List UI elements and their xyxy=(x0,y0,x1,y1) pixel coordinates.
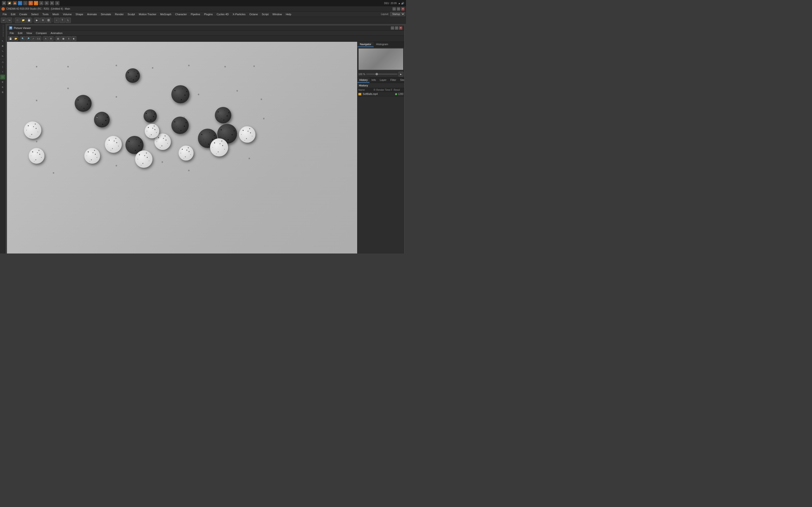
close-button[interactable]: ✕ xyxy=(401,7,405,11)
pv-menu-file[interactable]: File xyxy=(8,32,16,35)
pv-menu-edit[interactable]: Edit xyxy=(16,32,24,35)
tool-active[interactable]: ⬡ xyxy=(0,74,5,79)
pv-tb-layout1[interactable]: ▤ xyxy=(56,36,60,41)
ball-light-8 xyxy=(135,151,152,168)
zoom-slider-thumb[interactable] xyxy=(375,73,378,75)
pin-18 xyxy=(53,172,54,173)
tab-filter[interactable]: Filter xyxy=(388,77,398,83)
ball-2 xyxy=(94,112,110,127)
menu-help[interactable]: Help xyxy=(284,12,293,16)
undo-button[interactable]: ↩ xyxy=(1,18,6,23)
tab-navigator[interactable]: Navigator xyxy=(357,42,373,47)
new-button[interactable]: □ xyxy=(15,18,20,23)
app-icon-1[interactable]: ⬡ xyxy=(18,1,22,5)
tool-point[interactable]: • xyxy=(0,69,5,74)
viewport[interactable] xyxy=(7,42,357,253)
menu-select[interactable]: Select xyxy=(30,12,40,16)
pv-menu-compare[interactable]: Compare xyxy=(34,32,48,35)
tag-button[interactable]: T xyxy=(60,18,65,23)
tool-polygon[interactable]: △ xyxy=(0,59,5,64)
render-settings-button[interactable]: ⚙ xyxy=(40,18,45,23)
pv-close-button[interactable]: ✕ xyxy=(399,26,402,30)
tool-knife[interactable]: K xyxy=(0,85,5,90)
pv-menu-view[interactable]: View xyxy=(24,32,34,35)
menu-script[interactable]: Script xyxy=(260,12,270,16)
sidebar-tools: Current Brush ↖ ✥ ⤡ ↻ △ | • ⬡ E K B xyxy=(0,24,5,253)
start-icon[interactable]: ⊞ xyxy=(2,1,6,5)
menu-cycles4d[interactable]: Cycles 4D xyxy=(215,12,230,16)
ball-1 xyxy=(75,95,92,112)
menu-character[interactable]: Character xyxy=(173,12,189,16)
menu-animate[interactable]: Animate xyxy=(85,12,98,16)
pv-menu-animation[interactable]: Animation xyxy=(49,32,64,35)
nav-zoom-slider[interactable] xyxy=(366,73,398,75)
app-icon-5[interactable]: N xyxy=(45,1,49,5)
nav-zoom-button[interactable]: ▶ xyxy=(399,72,403,76)
tool-extrude[interactable]: E xyxy=(0,80,5,84)
redo-button[interactable]: ↪ xyxy=(7,18,12,23)
tool-pointer[interactable]: ↖ xyxy=(0,39,5,44)
tab-histogram[interactable]: Histogram xyxy=(373,42,391,47)
pv-maximize-button[interactable]: □ xyxy=(395,26,398,30)
menu-create[interactable]: Create xyxy=(18,12,29,16)
pv-minimize-button[interactable]: — xyxy=(391,26,394,30)
history-item-row[interactable]: SoftBalls.mp4 1280 xyxy=(357,92,404,96)
app-titlebar: CINEMA 4D R20.059 Studio (RC - R20) - [U… xyxy=(0,6,406,12)
pv-tb-channel[interactable]: ◐ xyxy=(71,36,77,41)
c4d-taskbar-icon[interactable]: C xyxy=(29,1,33,5)
save-button[interactable]: 💾 xyxy=(27,18,32,23)
pv-tb-fit[interactable]: ⤢ xyxy=(31,36,36,41)
menu-xparticles[interactable]: X-Particles xyxy=(231,12,247,16)
tool-bridge[interactable]: B xyxy=(0,90,5,95)
menu-pipeline[interactable]: Pipeline xyxy=(189,12,202,16)
menu-motion-tracker[interactable]: Motion Tracker xyxy=(137,12,158,16)
minimize-button[interactable]: — xyxy=(393,7,396,11)
menu-render[interactable]: Render xyxy=(113,12,125,16)
menu-volume[interactable]: Volume xyxy=(61,12,73,16)
app-icon-3[interactable]: P xyxy=(34,1,38,5)
tool-move[interactable]: ✥ xyxy=(0,44,5,49)
tab-history[interactable]: History xyxy=(357,77,369,83)
pv-tb-ab[interactable]: A xyxy=(43,36,48,41)
layout-select[interactable]: Startup xyxy=(390,12,405,16)
object-button[interactable]: ○ xyxy=(54,18,59,23)
language-indicator: DEU xyxy=(384,2,389,5)
menu-simulate[interactable]: Simulate xyxy=(99,12,113,16)
tab-info[interactable]: Info xyxy=(369,77,378,83)
tool-rotate[interactable]: ↻ xyxy=(0,54,5,59)
pv-tb-zoom-out[interactable]: 🔎 xyxy=(26,36,31,41)
menu-shape[interactable]: Shape xyxy=(74,12,85,16)
pv-tb-save[interactable]: 💾 xyxy=(8,36,13,41)
menu-edit[interactable]: Edit xyxy=(9,12,17,16)
menu-file[interactable]: File xyxy=(1,12,9,16)
menu-mograph[interactable]: MoGraph xyxy=(158,12,173,16)
menu-mesh[interactable]: Mesh xyxy=(51,12,61,16)
folder-icon[interactable]: 📁 xyxy=(7,1,12,5)
tab-layer[interactable]: Layer xyxy=(378,77,389,83)
app-icon-6[interactable]: B xyxy=(50,1,54,5)
menu-sculpt[interactable]: Sculpt xyxy=(126,12,137,16)
menu-plugins[interactable]: Plugins xyxy=(202,12,214,16)
browser-icon[interactable]: 🦊 xyxy=(12,1,17,5)
app-icon-2[interactable]: ○ xyxy=(23,1,28,5)
pv-tb-open[interactable]: 📂 xyxy=(13,36,18,41)
tab-stereo[interactable]: Stereo xyxy=(398,77,404,83)
pv-tb-layout2[interactable]: ▦ xyxy=(61,36,66,41)
app-icon-7[interactable]: S xyxy=(55,1,59,5)
picture-viewer-button[interactable]: 🖼 xyxy=(46,18,51,23)
tool-edge[interactable]: | xyxy=(0,64,5,69)
pv-tb-b[interactable]: B xyxy=(49,36,53,41)
layer-button[interactable]: L xyxy=(65,18,71,23)
app-icon-4[interactable]: A xyxy=(39,1,44,5)
layout-label: Layout: xyxy=(381,13,389,15)
menu-window[interactable]: Window xyxy=(271,12,284,16)
open-button[interactable]: 📁 xyxy=(20,18,26,23)
pv-tb-info[interactable]: ℹ xyxy=(66,36,71,41)
render-button[interactable]: ▶ xyxy=(34,18,40,23)
pv-tb-zoom-in[interactable]: 🔍 xyxy=(20,36,25,41)
menu-tools[interactable]: Tools xyxy=(41,12,50,16)
pv-tb-actual[interactable]: 1:1 xyxy=(36,36,41,41)
maximize-button[interactable]: □ xyxy=(397,7,400,11)
tool-scale[interactable]: ⤡ xyxy=(0,49,5,54)
menu-octane[interactable]: Octane xyxy=(248,12,260,16)
